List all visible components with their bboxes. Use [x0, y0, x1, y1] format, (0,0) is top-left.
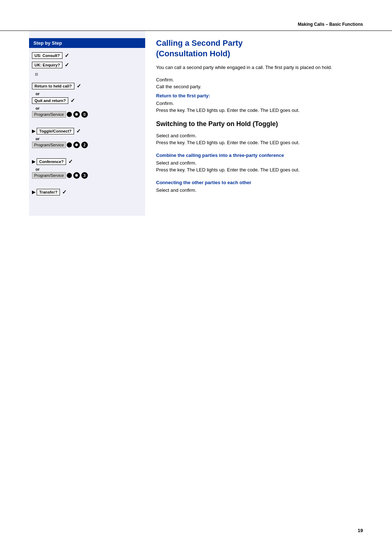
return-held-label: Return to held call?	[32, 83, 74, 89]
or-line-3: or	[32, 137, 142, 141]
arrow-conference: ▶	[32, 159, 35, 164]
program-service-row-2: Program/Service ✱ 2	[32, 142, 142, 148]
circle-icon-3	[67, 173, 72, 178]
conference-check: ✓	[68, 158, 73, 165]
press-key-text-3: Press the key. The LED lights up. Enter …	[156, 167, 299, 173]
list-item: UK: Enquiry? ✓	[32, 61, 142, 69]
conference-label: Conference?	[37, 158, 66, 165]
page-number: 19	[358, 528, 363, 533]
confirm-text-2: Confirm.	[156, 101, 174, 106]
select-confirm-text-2: Select and confirm.	[156, 160, 196, 166]
confirm-text-1: Confirm.	[156, 77, 174, 82]
program-service-label-2: Program/Service	[32, 142, 66, 148]
enquiry-check: ✓	[65, 62, 69, 68]
program-service-row-1: Program/Service ✱ 0	[32, 111, 142, 118]
list-item: Quit and return? ✓	[32, 97, 142, 105]
num-icon-3: 3	[81, 172, 88, 179]
section2-title: Switching to the Party on Hold (Toggle)	[156, 120, 363, 128]
num-icon-0: 0	[81, 111, 88, 118]
or-line: or	[32, 92, 142, 96]
press-key-text-1: Press the key. The LED lights up. Enter …	[156, 108, 299, 113]
press-key-row-3: Press the key. The LED lights up. Enter …	[156, 167, 363, 173]
left-content: US: Consult? ✓ UK: Enquiry? ✓ ⌗ Return t…	[29, 48, 145, 201]
star-icon-2: ✱	[73, 142, 80, 148]
or-text-2: or	[36, 106, 40, 110]
step-by-step-header: Step by Step	[29, 38, 145, 48]
intro-text: You can call a second party while engage…	[156, 64, 363, 71]
quit-return-label: Quit and return?	[32, 97, 68, 104]
program-service-label-3: Program/Service	[32, 172, 66, 179]
enquiry-label: UK: Enquiry?	[32, 62, 62, 68]
transfer-check: ✓	[62, 189, 67, 195]
list-item: Return to held call? ✓	[32, 82, 142, 90]
transfer-label: Transfer?	[37, 189, 60, 195]
press-key-row-1: Press the key. The LED lights up. Enter …	[156, 108, 363, 113]
list-item: ▶ Toggle/Connect? ✓	[32, 127, 142, 135]
right-column: Calling a Second Party (Consultation Hol…	[145, 31, 363, 216]
program-service-row-3: Program/Service ✱ 3	[32, 172, 142, 179]
return-heading: Return to the first party:	[156, 93, 363, 98]
header-title: Making Calls – Basic Functions	[298, 22, 363, 27]
press-key-text-2: Press the key. The LED lights up. Enter …	[156, 140, 299, 145]
consult-check: ✓	[65, 52, 69, 59]
keypad-icon: ⌗	[35, 71, 38, 78]
main-title: Calling a Second Party (Consultation Hol…	[156, 38, 363, 59]
return-held-check: ✓	[77, 83, 81, 89]
list-item: ▶ Transfer? ✓	[32, 188, 142, 196]
section4-heading: Connecting the other parties to each oth…	[156, 180, 363, 185]
page-header: Making Calls – Basic Functions	[0, 0, 392, 31]
program-service-label-1: Program/Service	[32, 111, 66, 118]
section3-heading: Combine the calling parties into a three…	[156, 153, 363, 158]
circle-icon-2	[67, 142, 72, 147]
consult-label: US: Consult?	[32, 52, 62, 59]
confirm-row-1: Confirm.	[156, 77, 363, 82]
star-icon-1: ✱	[73, 111, 80, 118]
call-second-text: Call the second party.	[156, 84, 201, 89]
select-confirm-text-1: Select and confirm.	[156, 133, 196, 138]
select-confirm-row-3: Select and confirm.	[156, 187, 363, 193]
left-column: Step by Step US: Consult? ✓ UK: Enquiry?…	[29, 31, 145, 216]
keypad-row: ⌗	[33, 70, 142, 78]
toggle-check: ✓	[76, 128, 81, 134]
circle-icon-1	[67, 112, 72, 117]
or-line-4: or	[32, 167, 142, 171]
or-text-4: or	[36, 167, 40, 171]
or-line-2: or	[32, 106, 142, 110]
select-confirm-row-1: Select and confirm.	[156, 133, 363, 138]
arrow-toggle: ▶	[32, 129, 35, 134]
list-item: ▶ Conference? ✓	[32, 158, 142, 166]
select-confirm-text-3: Select and confirm.	[156, 187, 196, 193]
num-icon-2: 2	[81, 142, 88, 148]
list-item: US: Consult? ✓	[32, 52, 142, 60]
arrow-transfer: ▶	[32, 190, 35, 195]
call-second-row: Call the second party.	[156, 84, 363, 89]
or-text-1: or	[36, 92, 40, 96]
or-text-3: or	[36, 137, 40, 141]
press-key-row-2: Press the key. The LED lights up. Enter …	[156, 140, 363, 145]
confirm-row-2: Confirm.	[156, 101, 363, 106]
toggle-label: Toggle/Connect?	[37, 128, 74, 134]
star-icon-3: ✱	[73, 172, 80, 179]
select-confirm-row-2: Select and confirm.	[156, 160, 363, 166]
quit-return-check: ✓	[70, 97, 75, 104]
